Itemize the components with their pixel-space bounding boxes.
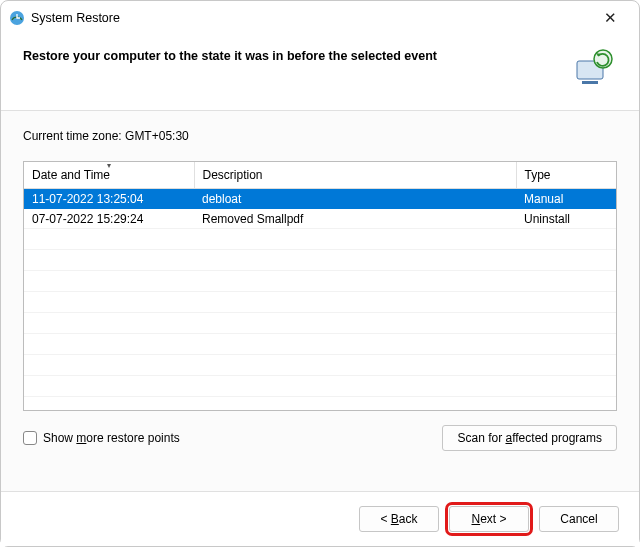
cell-description: debloat [194,189,516,209]
show-more-text: Show more restore points [43,431,180,445]
window-title: System Restore [31,11,588,25]
column-header-description[interactable]: Description [194,162,516,189]
table-row-empty [24,250,616,271]
restore-points-table: Date and Time ▾ Description Type 11-07-2… [24,162,616,397]
instruction-text: Restore your computer to the state it wa… [23,47,565,63]
table-row-empty [24,229,616,250]
system-restore-window: System Restore ✕ Restore your computer t… [0,0,640,547]
header-panel: Restore your computer to the state it wa… [1,35,639,111]
restore-graphic-icon [573,47,617,90]
sort-desc-icon: ▾ [107,161,111,170]
table-row-empty [24,292,616,313]
cancel-button[interactable]: Cancel [539,506,619,532]
column-header-datetime[interactable]: Date and Time ▾ [24,162,194,189]
titlebar: System Restore ✕ [1,1,639,35]
close-button[interactable]: ✕ [588,4,633,32]
cell-datetime: 11-07-2022 13:25:04 [24,189,194,209]
cell-type: Uninstall [516,209,616,229]
options-row: Show more restore points Scan for affect… [23,411,617,467]
table-row[interactable]: 07-07-2022 15:29:24Removed SmallpdfUnins… [24,209,616,229]
svg-rect-2 [582,81,598,84]
table-row-empty [24,376,616,397]
restore-points-table-container: Date and Time ▾ Description Type 11-07-2… [23,161,617,411]
table-row-empty [24,271,616,292]
cell-datetime: 07-07-2022 15:29:24 [24,209,194,229]
table-header-row: Date and Time ▾ Description Type [24,162,616,189]
timezone-label: Current time zone: GMT+05:30 [23,129,617,143]
cell-description: Removed Smallpdf [194,209,516,229]
close-icon: ✕ [604,9,617,27]
show-more-checkbox-label[interactable]: Show more restore points [23,431,180,445]
table-row[interactable]: 11-07-2022 13:25:04debloatManual [24,189,616,209]
content-area: Current time zone: GMT+05:30 Date and Ti… [1,111,639,491]
scan-affected-button[interactable]: Scan for affected programs [442,425,617,451]
system-restore-icon [9,10,25,26]
column-header-type[interactable]: Type [516,162,616,189]
next-button[interactable]: Next > [449,506,529,532]
table-row-empty [24,355,616,376]
table-row-empty [24,334,616,355]
cell-type: Manual [516,189,616,209]
wizard-footer: < Back Next > Cancel [1,491,639,546]
show-more-checkbox[interactable] [23,431,37,445]
back-button[interactable]: < Back [359,506,439,532]
table-row-empty [24,313,616,334]
